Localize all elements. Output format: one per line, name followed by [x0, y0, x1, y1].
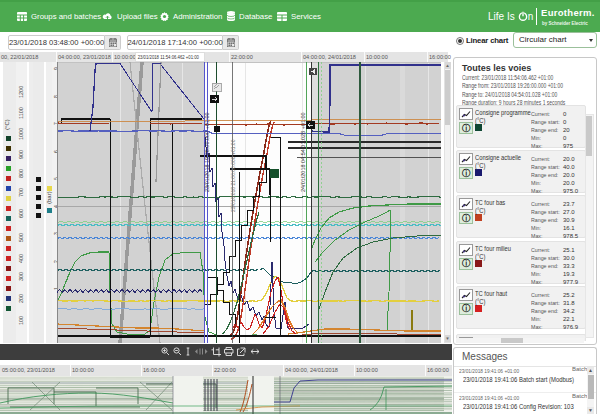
svg-text:23/01/2018 21:00:00.000 +01:00: 23/01/2018 21:00:00.000 +01:00: [230, 139, 236, 212]
svg-text:23/01/2018 19:26:00.000 +01:00: 23/01/2018 19:26:00.000 +01:00: [204, 112, 210, 192]
svg-text:24/01/2018 04:54:01.028 +01:00: 24/01/2018 04:54:01.028 +01:00: [300, 112, 306, 192]
